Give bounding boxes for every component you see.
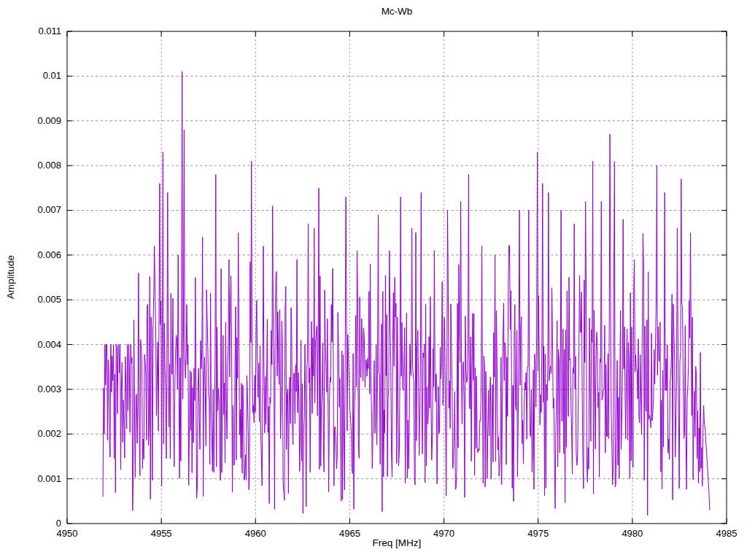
x-tick-labels: 49504955496049654970497549804985 (57, 528, 738, 539)
y-tick-label: 0.009 (37, 115, 61, 126)
x-tick-label: 4950 (57, 528, 78, 539)
signal-polyline (103, 71, 710, 516)
x-tick-label: 4970 (433, 528, 454, 539)
y-tick-label: 0.007 (37, 204, 61, 215)
y-tick-label: 0.002 (37, 428, 61, 439)
y-tick-label: 0.001 (37, 473, 61, 484)
y-tick-label: 0 (56, 518, 61, 529)
y-tick-label: 0.01 (43, 70, 61, 81)
x-tick-label: 4975 (527, 528, 549, 539)
spectrum-chart: Mc-Wb Amplitude Freq [MHz] 4950495549604… (0, 0, 747, 560)
x-tick-label: 4985 (716, 528, 738, 539)
plot-area: 49504955496049654970497549804985 00.0010… (0, 0, 747, 560)
y-tick-label: 0.005 (37, 294, 61, 305)
x-tick-label: 4980 (622, 528, 643, 539)
y-tick-label: 0.003 (37, 384, 61, 394)
x-tick-label: 4955 (151, 528, 172, 539)
x-tick-label: 4960 (245, 528, 266, 539)
y-tick-label: 0.004 (37, 339, 61, 350)
x-tick-label: 4965 (339, 528, 360, 539)
y-tick-label: 0.011 (38, 26, 61, 36)
y-tick-label: 0.008 (37, 160, 61, 171)
signal-trace (103, 71, 710, 516)
y-tick-labels: 00.0010.0020.0030.0040.0050.0060.0070.00… (37, 26, 61, 529)
y-tick-label: 0.006 (37, 249, 61, 260)
